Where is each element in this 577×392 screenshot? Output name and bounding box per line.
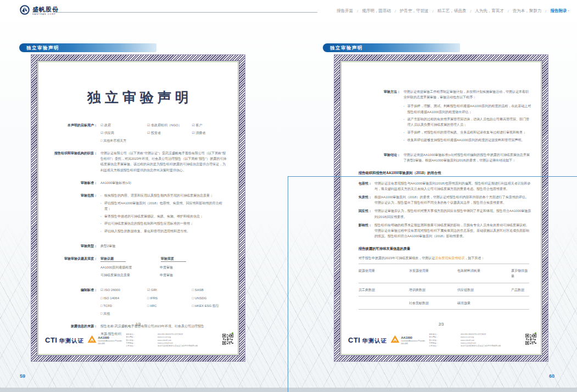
compliance-heading: 报告组织和报告对AA1000审验原则（2018）的符合性 — [358, 170, 531, 176]
checkbox-option: □ 其他 — [100, 311, 147, 316]
method-intro: 华测认证依据审验工作程序制定审验计划，并按照计划实施审验活动，华测认证本着职业怀… — [404, 89, 531, 100]
section-ribbon-right: 独立审验声明 — [323, 43, 460, 52]
type-text: 类型2审验 — [100, 243, 228, 249]
nav-item-report-appendix[interactable]: 报告附录 · — [550, 8, 569, 14]
nav-item[interactable]: 报告开篇 — [337, 8, 353, 14]
page-number-right: 60 — [549, 373, 554, 379]
principle-item: 实质性：根据AA1000审验原则（2018）的要求，华测认证对报告组织内部和外部… — [358, 194, 531, 205]
principle-item: 包容性：华测认证没有发现报告与AA1000审验原则(2018)包容性原则的偏离。… — [358, 181, 531, 192]
method-list: 基于抽样，理解、测试、判断报告组织遵循AA1000原则的程度的流程，在此基础上对… — [404, 103, 531, 143]
scope-label: 审验范围： — [48, 193, 100, 236]
nav-item[interactable]: 精工艺，研品质 — [438, 8, 467, 14]
checkbox-option: ☑ GRI — [147, 287, 192, 293]
criteria-label: 编制标准： — [48, 287, 100, 316]
topics-col2-header: 审验深度 — [161, 256, 186, 262]
checkbox-option: □ HKEX ESG 指引 — [192, 303, 228, 309]
scope-row: 审验范围： 核实报告的内容、背景和应用以及报告期内所呈现的可持续发展信息质量；评… — [48, 193, 228, 236]
nav-separator: / — [470, 9, 471, 14]
audience-row: 本声明的目标用户： ☑ 政府☑ 非政府组织（NGO）☑ 客户☑ 供应商☑ 投资者… — [48, 122, 228, 144]
contact-value: www.ctimall.com — [461, 339, 522, 342]
checkbox-option: ☑ 非政府组织（NGO） — [147, 122, 192, 128]
standard-label: 审验标准： — [48, 180, 100, 186]
responsibility-label: 报告组织和审验机构的职责： — [48, 150, 100, 173]
contact-value: 深圳市宝安区新安街道兴业三路4号华测检测大楼 — [461, 345, 522, 348]
sheet-page-marker: 1/3 — [37, 322, 239, 326]
contact-label: 公司地址： — [429, 345, 459, 348]
assurance-statement-page-1: 独立审验声明 本声明的目标用户： ☑ 政府☑ 非政府组织（NGO）☑ 客户☑ 供… — [31, 55, 245, 361]
method-row: 审验方法： 华测认证依据审验工作程序制定审验计划，并按照计划实施审验活动，华测认… — [351, 89, 531, 145]
aa1000-badge: AA1000 Licensed Assurance Provider 000-6… — [391, 335, 425, 345]
verified-data-row: 员工类数据培训类数据供应链数据产品数据 — [358, 283, 529, 296]
contact-label: 官方商城： — [126, 339, 156, 342]
topics-rows: AA1000原则遵循程度中度审验 可持续发展信息质量中度审验 — [100, 265, 228, 278]
checkbox-option: ☑ 客户 — [192, 122, 228, 128]
principle-item: 影响性：报告组织有明确的程序来定期监测和衡量可持续发展的影响，且拥有专业人员来有… — [358, 222, 531, 239]
cti-green-dot-icon — [535, 332, 536, 334]
nav-item[interactable]: 护青空，守碧波 — [400, 8, 429, 14]
contact-value: www.a.ctimall.com — [158, 342, 219, 345]
verified-data-row: 社会贡献数据碳排放量 — [358, 296, 529, 309]
quality-intro: 对于报告中披露的2023年可持续发展绩效，华测认证没有发现实质性错误，如下所述： — [358, 255, 531, 261]
page-number-left: 59 — [20, 373, 25, 379]
scope-list: 核实报告的内容、背景和应用以及报告期内所呈现的可持续发展信息质量；评估报告对AA… — [100, 193, 228, 236]
criteria-row: 编制标准： ☑ ISO 26000☑ GRI□ SASB□ ISO 14064□… — [48, 287, 228, 316]
qr-code — [525, 334, 536, 347]
contact-label: 服务电话： — [429, 333, 459, 336]
contact-label: 官方网站： — [126, 336, 156, 339]
checkbox-option: □ TCFD — [100, 303, 147, 309]
checkbox-option: □ ISO 14064 — [100, 295, 147, 301]
checkbox-option: ☑ 供应商 — [100, 130, 147, 136]
nav-item[interactable]: 责为本，聚群力 — [513, 8, 542, 14]
cti-green-dot-icon — [232, 332, 233, 334]
principle-item: 回应性：华测认证审验后认为，报告组织对重大事项方面的回应在报告中得到了界定和体现… — [358, 208, 531, 219]
checkbox-option: □ UNSDG — [192, 295, 228, 301]
scope-item: 评估可持续发展信息的报告机制和与报告应用标准的一致性； — [100, 221, 228, 226]
header-divider — [55, 12, 317, 13]
method-item: 基于抽样，理解、测试、判断报告组织遵循AA1000原则的程度的流程，在此基础上对… — [404, 103, 531, 114]
checkbox-option: ☑ 政府 — [100, 122, 147, 128]
topics-label: 审验审验议题及深度： — [48, 256, 100, 281]
principles-list: 包容性：华测认证没有发现报告与AA1000审验原则(2018)包容性原则的偏离。… — [358, 181, 531, 239]
contact-value: 400-630-5800/0755-32723633 — [158, 333, 219, 336]
type-row: 审验类型： 类型2审验 — [48, 243, 228, 249]
verified-data-table: 能源使用量水资源使用量包装材料消耗量废弃物排放量 员工类数据培训类数据供应链数据… — [358, 264, 529, 310]
nav-item[interactable]: 规序明，固基础 — [362, 8, 391, 14]
checkbox-option: ☑ 投资者 — [147, 130, 192, 136]
scope-item: 审查报告中描述的可持续发展倡议、实践、实施、维护和绩效信息； — [100, 214, 228, 219]
aa1000-triangle-icon — [391, 335, 399, 345]
checkbox-option: ☑ 消费者 — [192, 130, 228, 136]
cert-footer: CTI 华测认证 AA1000 Licensed Assurance Provi… — [45, 333, 233, 348]
brand-subtitle: SANTRAN CORP — [32, 14, 59, 16]
responsibility-text: 华测认证有限公司（以下简称“华测认证”）受武汉盛帆电子股份有限公司（以下简称“报… — [100, 150, 228, 173]
aa1000-triangle-icon — [88, 335, 96, 345]
contact-label: 公司地址： — [126, 345, 156, 348]
contact-value: www.cti-cert.org — [461, 336, 522, 339]
contact-value: www.a.ctimall.com — [461, 342, 522, 345]
contact-value: www.ctimall.com — [158, 339, 219, 342]
brand: 盛帆股份 SANTRAN CORP — [20, 5, 59, 17]
contact-label: 官方商城： — [429, 339, 459, 342]
aa1000-badge: AA1000 Licensed Assurance Provider 000-6… — [88, 335, 122, 345]
cert-footer: CTI 华测认证 AA1000 Licensed Assurance Provi… — [348, 333, 536, 348]
topics-header: 审验议题 审验深度 — [100, 256, 228, 262]
standard-row: 审验标准： AA1000审验标准(v3) — [48, 180, 228, 186]
contact-label: 官方网站： — [429, 336, 459, 339]
cti-logo: CTI 华测认证 — [348, 336, 387, 345]
nav-separator: / — [508, 9, 509, 14]
nav-separator: / — [357, 9, 358, 14]
bottom-strip — [0, 388, 577, 392]
standard-text: AA1000审验标准(v3) — [100, 180, 228, 186]
nav-separator: / — [433, 9, 434, 14]
sheet-page-marker: 2/3 — [340, 322, 542, 326]
checkbox-option: □ IIRC — [147, 303, 192, 309]
audience-label: 本声明的目标用户： — [48, 122, 100, 144]
scope-item: 评估报告对AA1000审验原则（2018）包容性、实质性、回应性和影响性的符合程… — [100, 200, 228, 211]
assurance-statement-page-2: 审验方法： 华测认证依据审验工作程序制定审验计划，并按照计划实施审验活动，华测认… — [334, 55, 548, 361]
method-item: 基于抽样，对报告组织的管理实践、业务流程和记录收集等过程进行审视和检查； — [404, 130, 531, 135]
method-item: 就产生影响的过程的有效性开展管理层访谈，访谈人员包括公司最高管理层、部门管理人员… — [404, 116, 531, 127]
scope-item: 评估纳入报告的数据收集、量化和管理的适用性和适当性。 — [100, 228, 228, 234]
nav-item[interactable]: 人为先，育英才 — [475, 8, 504, 14]
method-item: 收集和评估能够支持报告组织遵循AA1000原则的程度的证据资料和管理层声明。 — [404, 137, 531, 143]
checkbox-option: □ SASB — [192, 287, 228, 293]
top-nav: 报告开篇 / 规序明，固基础 / 护青空，守碧波 / 精工艺，研品质 / 人为先… — [337, 8, 569, 14]
